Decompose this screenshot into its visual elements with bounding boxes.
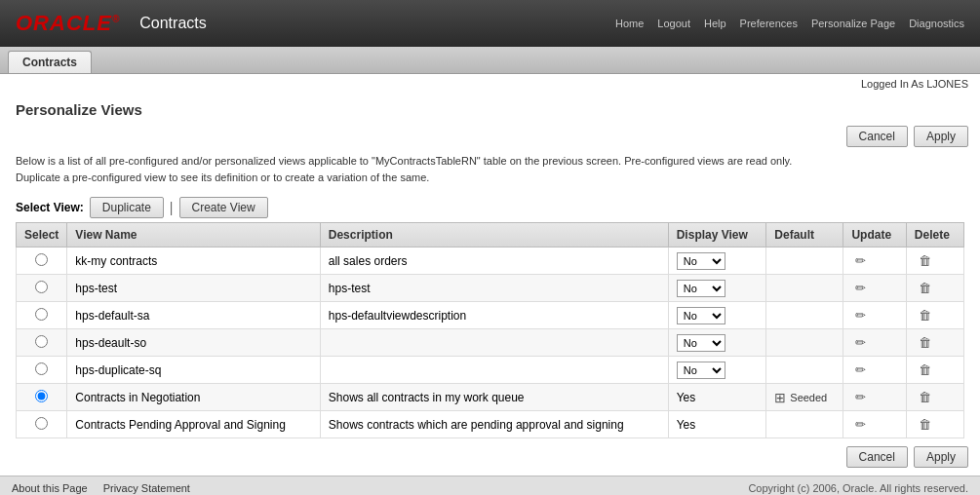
default-cell [766, 357, 843, 384]
select-radio[interactable] [35, 362, 48, 375]
select-radio[interactable] [35, 281, 48, 293]
app-header: ORACLE® Contracts Home Logout Help Prefe… [0, 0, 980, 47]
col-select: Select [17, 223, 67, 248]
footer-links: About this Page Privacy Statement [12, 482, 190, 494]
cancel-top-button[interactable]: Cancel [846, 126, 908, 147]
update-cell: ✏ [843, 411, 906, 438]
select-radio[interactable] [35, 390, 48, 402]
description-cell [320, 329, 668, 357]
table-row: hps-testhps-testNoYes✏🗑 [17, 275, 964, 302]
view-name-cell: hps-default-sa [67, 302, 320, 329]
delete-cell: 🗑 [906, 329, 963, 357]
view-name-cell: hps-deault-so [67, 329, 320, 357]
logged-in-label: Logged In As LJONES [0, 74, 980, 94]
nav-home[interactable]: Home [615, 18, 644, 29]
description-cell: hps-defaultviewdescription [320, 302, 668, 329]
nav-help[interactable]: Help [704, 18, 726, 29]
display-view-cell: NoYes [668, 329, 766, 357]
action-bar-top: Cancel Apply [0, 122, 980, 151]
apply-top-button[interactable]: Apply [914, 126, 968, 147]
display-view-cell: NoYes [668, 275, 766, 302]
cancel-bottom-button[interactable]: Cancel [846, 446, 908, 468]
top-button-group: Cancel Apply [846, 126, 968, 147]
default-cell [766, 329, 843, 357]
update-button[interactable]: ✏ [851, 388, 870, 406]
default-cell [766, 411, 843, 438]
delete-cell: 🗑 [906, 357, 963, 384]
select-cell [17, 302, 67, 329]
delete-button[interactable]: 🗑 [915, 361, 935, 379]
footer: About this Page Privacy Statement Copyri… [0, 476, 980, 495]
col-display-view: Display View [668, 223, 766, 248]
about-page-link[interactable]: About this Page [12, 482, 88, 494]
description-cell: Shows contracts which are pending approv… [320, 411, 668, 438]
oracle-logo: ORACLE® [16, 11, 120, 36]
update-cell: ✏ [843, 329, 906, 357]
action-bar-bottom: Cancel Apply [0, 438, 980, 476]
tab-contracts[interactable]: Contracts [8, 51, 92, 73]
col-view-name: View Name [67, 223, 320, 248]
page-title: Personalize Views [0, 94, 980, 122]
delete-button[interactable]: 🗑 [915, 251, 935, 270]
delete-button[interactable]: 🗑 [915, 388, 935, 406]
footer-copyright: Copyright (c) 2006, Oracle. All rights r… [748, 482, 968, 494]
display-view-dropdown[interactable]: NoYes [677, 280, 725, 297]
view-name-cell: hps-test [67, 275, 320, 302]
view-name-cell: kk-my contracts [67, 248, 320, 275]
nav-personalize-page[interactable]: Personalize Page [811, 18, 895, 29]
select-radio[interactable] [35, 417, 48, 430]
select-cell [17, 248, 67, 275]
col-default: Default [766, 223, 843, 248]
update-button[interactable]: ✏ [851, 333, 870, 352]
create-view-button[interactable]: Create View [179, 197, 268, 218]
privacy-statement-link[interactable]: Privacy Statement [103, 482, 190, 494]
delete-button[interactable]: 🗑 [915, 333, 935, 352]
apply-bottom-button[interactable]: Apply [914, 446, 968, 468]
default-cell [766, 302, 843, 329]
bottom-button-group: Cancel Apply [846, 446, 968, 468]
select-radio[interactable] [35, 335, 48, 348]
table-row: hps-default-sahps-defaultviewdescription… [17, 302, 964, 329]
tab-bar: Contracts [0, 47, 980, 74]
display-view-cell: NoYes [668, 248, 766, 275]
select-cell [17, 384, 67, 411]
view-name-cell: hps-duplicate-sq [67, 357, 320, 384]
table-row: hps-deault-soNoYes✏🗑 [17, 329, 964, 357]
nav-diagnostics[interactable]: Diagnostics [909, 18, 964, 29]
display-view-dropdown[interactable]: NoYes [677, 307, 725, 324]
app-title: Contracts [139, 15, 206, 32]
update-cell: ✏ [843, 302, 906, 329]
seeded-indicator: ⊞Seeded [774, 390, 835, 405]
delete-button[interactable]: 🗑 [915, 415, 935, 434]
display-view-dropdown[interactable]: NoYes [677, 362, 725, 379]
update-button[interactable]: ✏ [851, 279, 870, 297]
oracle-wordmark: ORACLE® [16, 11, 120, 36]
table-body: kk-my contractsall sales ordersNoYes✏🗑hp… [17, 248, 964, 438]
update-button[interactable]: ✏ [851, 306, 870, 324]
delete-button[interactable]: 🗑 [915, 306, 935, 324]
update-cell: ✏ [843, 357, 906, 384]
table-row: Contracts Pending Approval and SigningSh… [17, 411, 964, 438]
nav-logout[interactable]: Logout [657, 18, 690, 29]
display-view-dropdown[interactable]: NoYes [677, 334, 725, 352]
separator: | [170, 200, 174, 215]
description-line2: Duplicate a pre-configured view to see i… [16, 170, 964, 186]
col-delete: Delete [906, 223, 963, 248]
default-cell [766, 248, 843, 275]
table-row: Contracts in NegotiationShows all contra… [17, 384, 964, 411]
select-radio[interactable] [35, 308, 48, 321]
description-line1: Below is a list of all pre-configured an… [16, 153, 964, 170]
delete-button[interactable]: 🗑 [915, 279, 935, 297]
update-button[interactable]: ✏ [851, 251, 870, 270]
view-name-cell: Contracts Pending Approval and Signing [67, 411, 320, 438]
update-button[interactable]: ✏ [851, 361, 870, 379]
select-view-label: Select View: [16, 201, 84, 214]
select-view-bar: Select View: Duplicate | Create View [0, 193, 980, 222]
display-view-dropdown[interactable]: NoYes [677, 252, 725, 270]
duplicate-button[interactable]: Duplicate [90, 197, 164, 218]
select-cell [17, 357, 67, 384]
nav-preferences[interactable]: Preferences [740, 18, 798, 29]
select-radio[interactable] [35, 253, 48, 266]
display-view-cell: NoYes [668, 302, 766, 329]
update-button[interactable]: ✏ [851, 415, 870, 434]
